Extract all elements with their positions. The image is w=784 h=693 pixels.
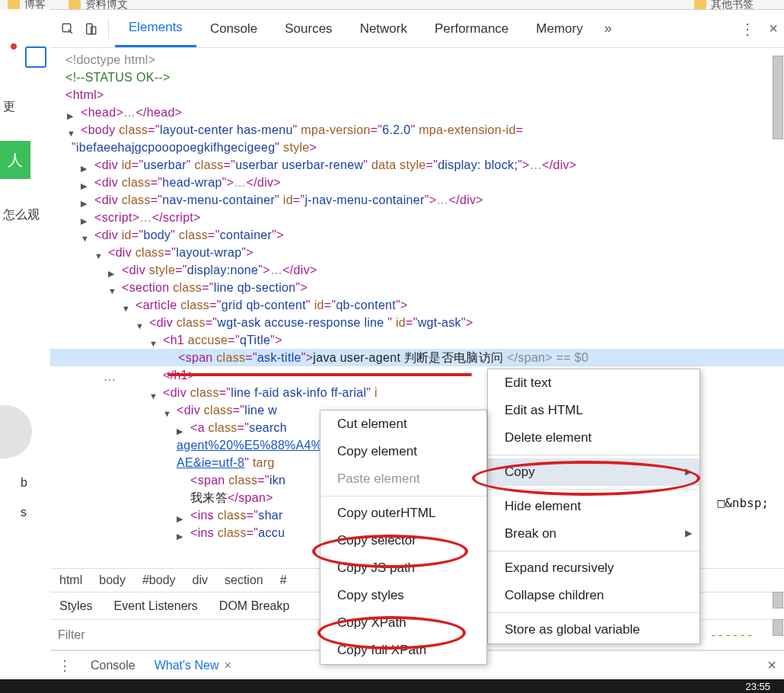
page-text: 更 (3, 99, 15, 115)
menu-edit-text[interactable]: Edit text (488, 369, 700, 397)
menu-store-global[interactable]: Store as global variable (488, 616, 700, 644)
chevron-right-icon: ▶ (685, 466, 692, 477)
subtab-event-listeners[interactable]: Event Listeners (114, 599, 198, 613)
folder-icon (69, 0, 81, 9)
scrollbar-thumb[interactable] (773, 56, 783, 139)
crumb[interactable]: section (225, 573, 263, 587)
subtab-dom-breakpoints[interactable]: DOM Breakp (219, 599, 289, 613)
scrollbar-thumb[interactable] (773, 592, 783, 608)
kebab-icon[interactable]: ⋮ (740, 20, 755, 38)
ellipsis-icon: ⋯ (104, 372, 116, 387)
green-widget: 人 (0, 141, 30, 179)
crumb[interactable]: div (193, 573, 208, 587)
menu-hide-element[interactable]: Hide element (488, 493, 700, 520)
folder-icon (694, 0, 706, 9)
tab-performance[interactable]: Performance (421, 10, 522, 47)
close-icon[interactable]: × (769, 20, 778, 38)
crumb[interactable]: html (59, 573, 82, 587)
menu-copy-selector[interactable]: Copy selector (320, 527, 486, 554)
kebab-icon[interactable]: ⋮ (58, 657, 72, 674)
page-text: b (21, 476, 27, 490)
tab-network[interactable]: Network (346, 10, 421, 47)
page-left-fragment: 更 人 怎么观 b s (0, 9, 50, 679)
selection-box (25, 46, 46, 68)
selected-node[interactable]: <span class="ask-title">java user-agent … (50, 349, 784, 366)
comment: <!--STATUS OK--> (65, 71, 171, 84)
menu-copy[interactable]: Copy▶ (488, 458, 700, 486)
menu-copy-full-xpath[interactable]: Copy full XPath (320, 637, 486, 664)
menu-delete-element[interactable]: Delete element (488, 424, 700, 452)
menu-copy-styles[interactable]: Copy styles (320, 582, 486, 609)
menu-edit-html[interactable]: Edit as HTML (488, 397, 700, 424)
toggle-icon[interactable]: ▶ (177, 528, 183, 545)
menu-copy-xpath[interactable]: Copy XPath (320, 609, 486, 637)
gray-shape (0, 405, 32, 458)
page-text: s (21, 506, 27, 519)
inspect-icon[interactable] (56, 18, 79, 40)
tab-elements[interactable]: Elements (115, 10, 196, 47)
menu-expand-recursively[interactable]: Expand recursively (488, 554, 700, 582)
tab-console[interactable]: Console (196, 10, 271, 47)
drawer-tab-console[interactable]: Console (91, 659, 135, 672)
tabs-overflow-icon[interactable]: » (604, 21, 612, 37)
tab-memory[interactable]: Memory (522, 10, 596, 47)
menu-break-on[interactable]: Break on▶ (488, 520, 700, 548)
device-toggle-icon[interactable] (79, 18, 102, 40)
menu-copy-js-path[interactable]: Copy JS path (320, 554, 486, 582)
doctype: <!doctype html> (65, 53, 155, 66)
close-icon[interactable]: × (225, 659, 231, 672)
style-dash: ------ (709, 628, 754, 642)
styles-filter-input[interactable] (58, 628, 210, 642)
close-icon[interactable]: × (767, 656, 776, 674)
page-text: 怎么观 (3, 207, 40, 223)
context-submenu-copy: Cut element Copy element Paste element C… (320, 410, 487, 665)
subtab-styles[interactable]: Styles (59, 599, 93, 613)
chevron-right-icon: ▶ (685, 528, 692, 538)
crumb[interactable]: # (280, 573, 287, 587)
taskbar: 23:55 (0, 679, 784, 693)
menu-paste-element: Paste element (320, 465, 486, 493)
context-menu: Edit text Edit as HTML Delete element Co… (487, 369, 700, 644)
menu-cut-element[interactable]: Cut element (320, 410, 486, 438)
devtools-toolbar: Elements Console Sources Network Perform… (50, 10, 784, 48)
crumb[interactable]: #body (142, 573, 176, 587)
nbsp-text: □&nbsp; (718, 496, 769, 510)
menu-collapse-children[interactable]: Collapse children (488, 582, 700, 609)
folder-icon (8, 0, 20, 9)
menu-copy-element[interactable]: Copy element (320, 438, 486, 465)
notification-badge (11, 43, 17, 50)
drawer-tab-whatsnew[interactable]: What's New (155, 659, 219, 672)
annotation-underline (167, 373, 472, 376)
clock: 23:55 (745, 681, 770, 692)
crumb[interactable]: body (99, 573, 126, 587)
tab-sources[interactable]: Sources (271, 10, 346, 47)
menu-copy-outerhtml[interactable]: Copy outerHTML (320, 500, 486, 527)
scrollbar-thumb[interactable] (773, 619, 783, 636)
